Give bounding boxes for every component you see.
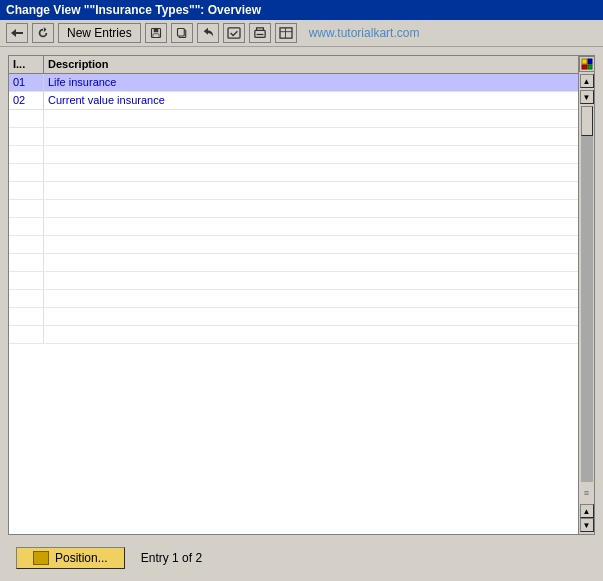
footer: Position... Entry 1 of 2: [8, 543, 595, 573]
table-row-empty: [9, 146, 578, 164]
table-row-empty: [9, 218, 578, 236]
scroll-track: [581, 106, 593, 482]
table-row-empty: [9, 236, 578, 254]
table-row-empty: [9, 272, 578, 290]
toolbar-save-btn[interactable]: [145, 23, 167, 43]
toolbar-copy-btn[interactable]: [171, 23, 193, 43]
svg-rect-14: [588, 65, 592, 69]
new-entries-label: New Entries: [67, 26, 132, 40]
svg-rect-11: [582, 59, 587, 64]
svg-rect-7: [256, 34, 263, 35]
table-body: 01 Life insurance 02 Current value insur…: [9, 74, 578, 534]
position-label: Position...: [55, 551, 108, 565]
toolbar-print-btn[interactable]: [249, 23, 271, 43]
col-id-header: I...: [9, 56, 44, 73]
table-row-empty: [9, 110, 578, 128]
table-row-empty: [9, 200, 578, 218]
table-row-empty: [9, 290, 578, 308]
new-entries-button[interactable]: New Entries: [58, 23, 141, 43]
split-handle[interactable]: ≡: [584, 488, 589, 498]
table-container: I... Description 01 Life insurance 02 Cu…: [8, 55, 595, 535]
scroll-down-button2[interactable]: ▼: [580, 90, 594, 104]
row-description: Current value insurance: [44, 92, 578, 109]
table-row[interactable]: 01 Life insurance: [9, 74, 578, 92]
row-description: Life insurance: [44, 74, 578, 91]
window-title: Change View ""Insurance Types"": Overvie…: [6, 3, 261, 17]
table-area: I... Description 01 Life insurance 02 Cu…: [9, 56, 578, 534]
entry-status: Entry 1 of 2: [141, 551, 202, 565]
svg-rect-5: [228, 28, 240, 38]
row-id: 01: [9, 74, 44, 91]
toolbar-check-btn[interactable]: [223, 23, 245, 43]
position-icon: [33, 551, 49, 565]
toolbar-undo-btn[interactable]: [197, 23, 219, 43]
row-id: 02: [9, 92, 44, 109]
table-row-empty: [9, 326, 578, 344]
toolbar: New Entries www.tutorialkart.com: [0, 20, 603, 47]
layout-icon[interactable]: [579, 56, 595, 72]
scroll-up-button2[interactable]: ▲: [580, 504, 594, 518]
table-row-empty: [9, 254, 578, 272]
table-row-empty: [9, 128, 578, 146]
svg-rect-4: [177, 29, 184, 37]
svg-rect-13: [582, 65, 587, 69]
table-row-empty: [9, 164, 578, 182]
scroll-up-button[interactable]: ▲: [580, 74, 594, 88]
svg-rect-12: [588, 59, 592, 64]
table-row-empty: [9, 308, 578, 326]
content-area: I... Description 01 Life insurance 02 Cu…: [0, 47, 603, 581]
svg-rect-10: [285, 28, 286, 38]
vertical-scrollbar: ▲ ▼ ≡ ▲ ▼: [578, 56, 594, 534]
table-row-empty: [9, 182, 578, 200]
toolbar-layout-btn[interactable]: [275, 23, 297, 43]
toolbar-refresh-btn[interactable]: [32, 23, 54, 43]
col-desc-header: Description: [44, 56, 578, 73]
svg-rect-1: [153, 29, 158, 33]
table-header: I... Description: [9, 56, 578, 74]
main-window: Change View ""Insurance Types"": Overvie…: [0, 0, 603, 581]
title-bar: Change View ""Insurance Types"": Overvie…: [0, 0, 603, 20]
table-row[interactable]: 02 Current value insurance: [9, 92, 578, 110]
toolbar-back-btn[interactable]: [6, 23, 28, 43]
position-button[interactable]: Position...: [16, 547, 125, 569]
scroll-down-button[interactable]: ▼: [580, 518, 594, 532]
scroll-thumb[interactable]: [581, 106, 593, 136]
watermark: www.tutorialkart.com: [309, 26, 420, 40]
